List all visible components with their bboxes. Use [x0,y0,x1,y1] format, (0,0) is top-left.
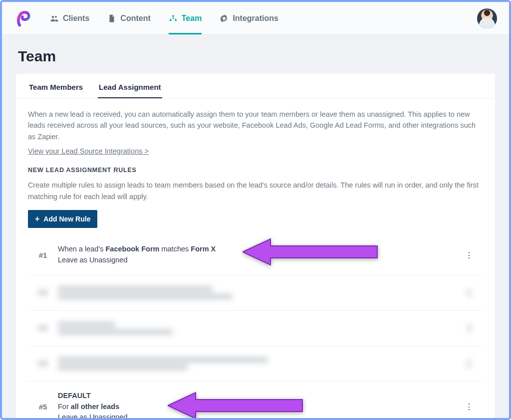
rules-list: #1 When a lead's Facebook Form matches F… [28,235,483,418]
nav-team[interactable]: Team [169,2,202,34]
tab-content: When a new lead is received, you can aut… [16,99,495,418]
file-icon [107,14,116,23]
rules-section-label: NEW LEAD ASSIGNMENT RULES [28,167,483,174]
rule-row-1: #1 When a lead's Facebook Form matches F… [28,235,483,275]
org-icon [169,14,178,23]
nav-content[interactable]: Content [107,2,150,34]
rule-row-3-blurred [28,310,483,346]
nav-clients[interactable]: Clients [50,2,89,34]
tab-team-members[interactable]: Team Members [28,81,84,98]
rule-row-4-blurred [28,346,483,381]
rule-row-2-blurred [28,275,483,310]
plus-icon: + [35,215,39,223]
nav-team-label: Team [182,14,202,23]
page-body: Team Team Members Lead Assignment When a… [2,35,509,418]
rule-5-menu[interactable]: ⋮ [463,401,475,413]
view-lead-source-link[interactable]: View your Lead Source Integrations > [28,147,149,155]
rule-5-default-label: DEFAULT [58,391,463,402]
create-rules-text: Create multiple rules to assign leads to… [28,180,483,202]
card: Team Members Lead Assignment When a new … [16,74,495,418]
rule-5-body: DEFAULT For all other leads Leave as Una… [58,391,463,418]
nav-integrations[interactable]: Integrations [220,2,278,34]
nav-links: Clients Content Team Integrations [50,2,477,34]
rule-5-action: Leave as Unassigned [58,412,463,418]
tab-lead-assignment[interactable]: Lead Assignment [98,81,162,98]
app-logo [14,9,32,27]
intro-text: When a new lead is received, you can aut… [28,109,483,142]
top-nav: Clients Content Team Integrations [2,2,509,35]
rule-1-body: When a lead's Facebook Form matches Form… [58,244,463,266]
add-new-rule-label: Add New Rule [43,215,90,223]
nav-clients-label: Clients [63,14,89,23]
rule-5-for: For all other leads [58,402,463,413]
rule-1-menu[interactable]: ⋮ [463,249,475,261]
nav-integrations-label: Integrations [233,14,278,23]
page-title: Team [18,48,495,65]
rule-row-5: #5 DEFAULT For all other leads Leave as … [28,381,483,418]
tabs: Team Members Lead Assignment [16,74,495,99]
rule-5-index: #5 [28,403,58,411]
rule-1-action: Leave as Unassigned [58,255,463,266]
rule-1-condition: When a lead's Facebook Form matches Form… [58,244,463,255]
add-new-rule-button[interactable]: + Add New Rule [28,210,97,228]
nav-content-label: Content [120,14,150,23]
users-icon [50,14,59,23]
rule-1-index: #1 [28,251,58,259]
avatar[interactable] [477,8,497,28]
gears-icon [220,14,229,23]
